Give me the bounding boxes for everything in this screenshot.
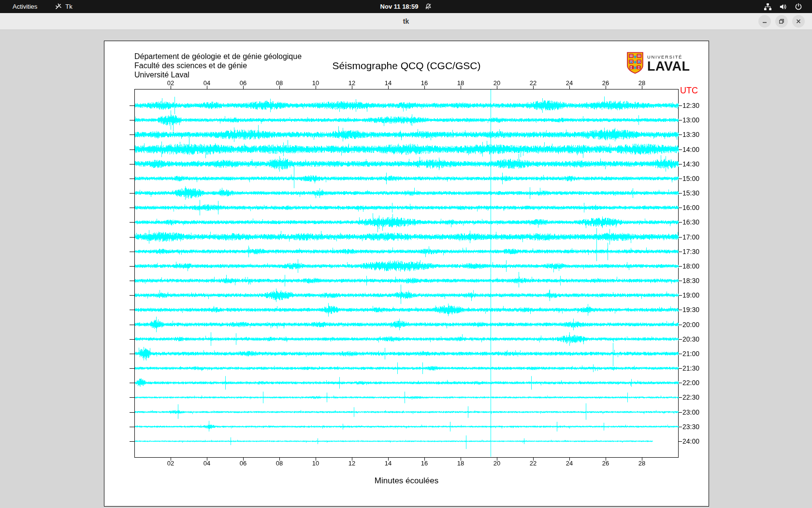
x-tick-label-top: 18 (457, 79, 464, 87)
x-tick-label-top: 26 (602, 79, 609, 87)
x-tick-label-bottom: 02 (167, 460, 174, 467)
time-label: 24:00 (682, 437, 699, 445)
window-titlebar[interactable]: tk (0, 13, 812, 30)
x-tick-label-top: 02 (167, 79, 174, 87)
x-tick-label-bottom: 06 (240, 460, 246, 467)
x-tick-label-bottom: 26 (602, 460, 609, 467)
desktop: Activities Tk Nov 11 18:59 (0, 0, 812, 508)
time-label: 13:00 (682, 116, 699, 124)
activities-button[interactable]: Activities (13, 3, 37, 10)
x-axis-title: Minutes écoulées (104, 476, 709, 486)
power-icon (795, 3, 802, 11)
x-tick-label-top: 16 (421, 79, 428, 87)
x-tick-label-top: 10 (312, 79, 319, 87)
x-tick-label-bottom: 10 (312, 460, 319, 467)
time-label: 14:00 (682, 146, 699, 153)
time-label: 16:30 (682, 218, 699, 226)
x-tick-label-top: 20 (493, 79, 500, 87)
minimize-button[interactable] (758, 15, 771, 28)
x-tick-label-bottom: 14 (385, 460, 392, 467)
x-tick-label-bottom: 18 (457, 460, 464, 467)
x-tick-label-bottom: 22 (530, 460, 536, 467)
time-label: 15:30 (682, 189, 699, 197)
x-tick-label-top: 04 (203, 79, 210, 87)
x-tick-label-top: 24 (566, 79, 573, 87)
x-tick-label-bottom: 08 (276, 460, 283, 467)
tk-app-icon (55, 3, 62, 10)
time-label: 18:00 (682, 262, 699, 270)
x-tick-label-bottom: 28 (638, 460, 645, 467)
system-menu[interactable] (764, 0, 812, 13)
utc-label: UTC (680, 86, 698, 96)
window-title: tk (403, 17, 409, 25)
time-label: 15:00 (682, 175, 699, 182)
logo-text-large: LAVAL (647, 60, 690, 73)
seismograph-canvas: Département de géologie et de génie géol… (104, 41, 709, 507)
laval-shield-icon (626, 52, 644, 76)
time-label: 23:30 (682, 423, 699, 431)
x-tick-label-top: 08 (276, 79, 283, 87)
time-label: 12:30 (682, 102, 699, 109)
maximize-button[interactable] (775, 15, 788, 28)
seismogram-plot (104, 41, 709, 506)
x-tick-label-top: 14 (385, 79, 392, 87)
x-tick-label-top: 22 (530, 79, 536, 87)
clock-menu[interactable]: Nov 11 18:59 (380, 0, 432, 13)
app-label: Tk (65, 3, 72, 10)
laval-logo: UNIVERSITÉ LAVAL (626, 52, 690, 76)
chart-title: Séismographe QCQ (CGC/GSC) (104, 60, 709, 72)
close-button[interactable] (792, 15, 805, 28)
time-label: 21:00 (682, 350, 699, 358)
time-label: 21:30 (682, 364, 699, 372)
x-tick-label-top: 06 (240, 79, 246, 87)
time-label: 17:30 (682, 248, 699, 255)
time-label: 14:30 (682, 160, 699, 168)
network-icon (764, 3, 772, 11)
x-tick-label-bottom: 12 (348, 460, 355, 467)
time-label: 19:00 (682, 291, 699, 299)
x-tick-label-top: 28 (638, 79, 645, 87)
time-label: 20:30 (682, 335, 699, 343)
time-label: 19:30 (682, 306, 699, 314)
time-label: 20:00 (682, 321, 699, 329)
top-bar: Activities Tk Nov 11 18:59 (0, 0, 812, 13)
time-label: 23:00 (682, 408, 699, 416)
app-indicator[interactable]: Tk (55, 3, 72, 10)
x-tick-label-bottom: 24 (566, 460, 573, 467)
x-tick-label-bottom: 16 (421, 460, 428, 467)
x-tick-label-bottom: 20 (493, 460, 500, 467)
time-label: 22:30 (682, 393, 699, 401)
notifications-muted-icon (424, 3, 432, 10)
time-label: 16:00 (682, 204, 699, 211)
x-tick-label-bottom: 04 (203, 460, 210, 467)
clock-label: Nov 11 18:59 (380, 3, 419, 10)
x-tick-label-top: 12 (348, 79, 355, 87)
time-label: 18:30 (682, 277, 699, 284)
time-label: 17:00 (682, 233, 699, 241)
time-label: 22:00 (682, 379, 699, 387)
time-label: 13:30 (682, 131, 699, 138)
volume-icon (779, 3, 787, 11)
